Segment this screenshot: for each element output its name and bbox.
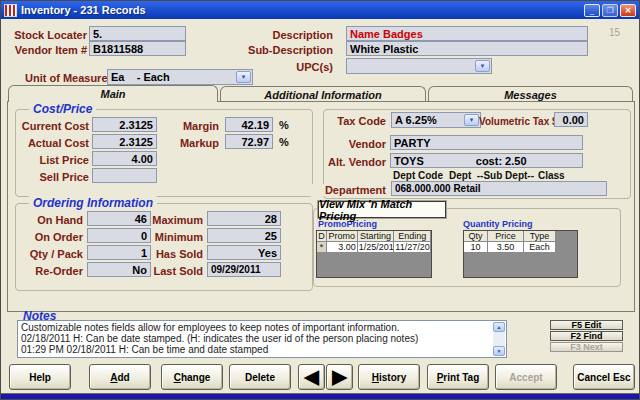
view-mix-match-button[interactable]: View Mix 'n Match Pricing	[318, 201, 446, 218]
margin-field[interactable]: 42.19	[225, 117, 273, 132]
title-bar: Inventory - 231 Records _ ❐ ✕	[1, 1, 639, 19]
chevron-down-icon[interactable]: ▼	[236, 71, 251, 83]
alt-vendor-cost: cost: 2.50	[476, 155, 527, 167]
volumetric-tax-label: Volumetric Tax $	[479, 116, 549, 127]
grid-cell: Promo	[327, 231, 358, 242]
minimum-field[interactable]: 25	[207, 228, 281, 243]
quantity-pricing-table[interactable]: QtyPriceType103.50Each	[463, 230, 578, 278]
tab-additional-information[interactable]: Additional Information	[220, 86, 426, 102]
cancel-esc-button[interactable]: Cancel Esc	[573, 364, 635, 390]
maximize-icon[interactable]: ❐	[602, 4, 618, 17]
current-cost-label: Current Cost	[9, 120, 89, 132]
grid-cell: 3.50	[488, 242, 524, 253]
scroll-down-icon[interactable]: ▼	[493, 346, 505, 356]
stock-locater-label: Stock Locater	[9, 29, 87, 41]
minimize-icon[interactable]: _	[584, 4, 600, 17]
sub-description-field[interactable]: White Plastic	[346, 41, 588, 56]
grid-cell: *	[317, 242, 327, 253]
last-sold-field[interactable]: 09/29/2011	[207, 262, 281, 277]
inventory-window: Inventory - 231 Records _ ❐ ✕ Stock Loca…	[0, 0, 640, 400]
last-sold-label: Last Sold	[131, 265, 203, 277]
upc-label: UPC(s)	[241, 61, 333, 73]
stock-locater-field[interactable]: 5.	[89, 26, 186, 41]
alt-vendor-field[interactable]: TOYS cost: 2.50	[390, 153, 583, 168]
scroll-up-icon[interactable]: ▲	[493, 322, 505, 332]
window-title: Inventory - 231 Records	[21, 4, 146, 16]
actual-cost-label: Actual Cost	[9, 137, 89, 149]
help-button[interactable]: Help	[9, 364, 71, 390]
quantity-pricing-title: Quantity Pricing	[463, 219, 533, 229]
sell-price-label: Sell Price	[9, 171, 89, 183]
upc-dropdown[interactable]: ▼	[346, 58, 492, 74]
notes-line: 02/18/2011 H: Can be date stamped. (H: i…	[21, 333, 492, 344]
delete-button[interactable]: Delete	[229, 364, 291, 390]
description-label: Description	[241, 29, 333, 41]
maximum-field[interactable]: 28	[207, 211, 281, 226]
unit-of-measure-label: Unit of Measure	[25, 72, 108, 84]
re-order-label: Re-Order	[9, 265, 83, 277]
print-tag-button[interactable]: Print Tag	[427, 364, 489, 390]
alt-vendor-label: Alt. Vendor	[286, 156, 386, 168]
promo-pricing-table[interactable]: DPromoStartingEnding*3.001/25/201111/27/…	[316, 230, 432, 278]
chevron-down-icon[interactable]: ▼	[464, 114, 479, 126]
qty-pack-label: Qty / Pack	[9, 248, 83, 260]
corner-note: 15	[609, 27, 620, 38]
department-label: Department	[286, 184, 386, 196]
tab-messages[interactable]: Messages	[428, 86, 633, 102]
markup-field[interactable]: 72.97	[225, 134, 273, 149]
dept-subdept-header: Dept --Sub Dept--	[449, 170, 534, 181]
grid-cell: Ending	[394, 231, 431, 242]
vendor-item-field[interactable]: B1811588	[89, 41, 186, 56]
vendor-label: Vendor	[286, 138, 386, 150]
notes-line: 01:29 PM 02/18/2011 H: Can be time and d…	[21, 344, 492, 355]
on-order-label: On Order	[9, 231, 83, 243]
markup-label: Markup	[161, 137, 219, 149]
volumetric-tax-field[interactable]: 0.00	[554, 112, 588, 127]
history-button[interactable]: History	[358, 364, 420, 390]
current-cost-field[interactable]: 2.3125	[92, 117, 157, 132]
add-button[interactable]: Add	[89, 364, 151, 390]
bottom-bar	[1, 393, 640, 400]
f3-next-button: F3 Next	[550, 342, 623, 352]
has-sold-label: Has Sold	[131, 248, 203, 260]
grid-cell: Starting	[358, 231, 395, 242]
actual-cost-field[interactable]: 2.3125	[92, 134, 157, 149]
department-field[interactable]: 068.000.000 Retail	[391, 181, 607, 196]
list-price-field[interactable]: 4.00	[92, 151, 157, 166]
on-hand-label: On Hand	[9, 214, 83, 226]
tab-main[interactable]: Main	[8, 85, 218, 102]
has-sold-field[interactable]: Yes	[207, 245, 281, 260]
next-record-button[interactable]: ▶	[326, 364, 353, 390]
sell-price-field[interactable]	[92, 168, 157, 183]
unit-of-measure-dropdown[interactable]: Ea - Each ▼	[107, 69, 253, 85]
f2-find-button[interactable]: F2 Find	[550, 331, 623, 341]
tax-code-dropdown[interactable]: A 6.25% ▼	[391, 112, 481, 128]
tax-code-label: Tax Code	[286, 115, 386, 127]
accept-button: Accept	[495, 364, 557, 390]
notes-line: Customizable notes fields allow for empl…	[21, 322, 492, 333]
notes-title: Notes	[19, 309, 60, 323]
grid-cell: Type	[524, 231, 556, 242]
dept-code-header: Dept Code	[393, 170, 443, 181]
grid-cell: 10	[464, 242, 488, 253]
grid-cell: Each	[524, 242, 556, 253]
notes-scrollbar[interactable]: ▲ ▼	[493, 322, 505, 356]
previous-record-button[interactable]: ◀	[298, 364, 325, 390]
grid-cell: Qty	[464, 231, 488, 242]
list-price-label: List Price	[9, 154, 89, 166]
description-field[interactable]: Name Badges	[346, 26, 588, 41]
app-icon	[4, 4, 17, 17]
f5-edit-button[interactable]: F5 Edit	[550, 320, 623, 330]
notes-textarea[interactable]: Customizable notes fields allow for empl…	[17, 320, 507, 358]
grid-cell: 11/27/2011	[394, 242, 431, 253]
sub-description-label: Sub-Description	[229, 44, 333, 56]
grid-cell: D	[317, 231, 327, 242]
cost-price-title: Cost/Price	[29, 102, 96, 116]
class-header: Class	[538, 170, 565, 181]
vendor-field[interactable]: PARTY	[390, 135, 583, 150]
change-button[interactable]: Change	[161, 364, 223, 390]
minimum-label: Minimum	[131, 231, 203, 243]
chevron-down-icon[interactable]: ▼	[475, 60, 490, 72]
grid-cell: Price	[488, 231, 524, 242]
close-icon[interactable]: ✕	[620, 4, 636, 17]
